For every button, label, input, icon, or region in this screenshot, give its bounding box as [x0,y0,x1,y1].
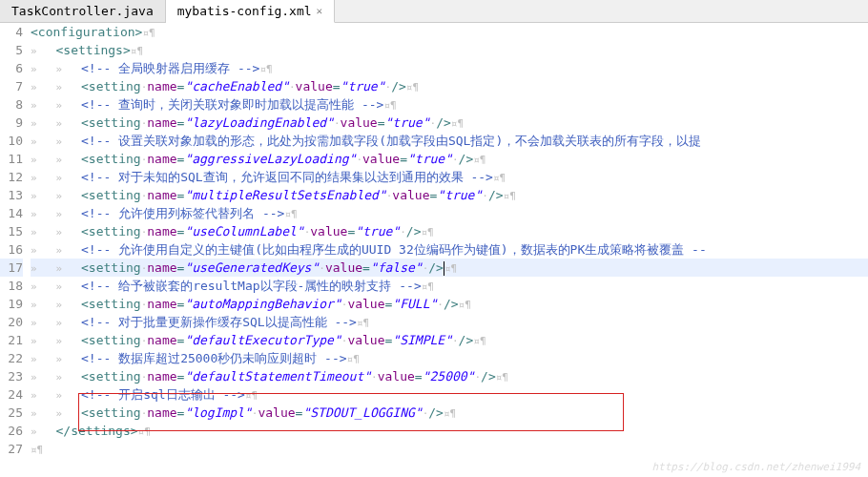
line-number: 5 [0,41,23,59]
code-line[interactable]: » » <setting·name="defaultExecutorType"·… [31,331,868,349]
code-line[interactable]: » » <!-- 数据库超过25000秒仍未响应则超时 -->¤¶ [31,349,868,367]
tab-mybatis-config-xml[interactable]: mybatis-config.xml✕ [166,0,336,23]
line-number: 16 [0,240,23,259]
code-line[interactable]: » » <setting·name="autoMappingBehavior"·… [31,295,868,313]
line-number: 25 [0,404,23,422]
code-line[interactable]: » » <!-- 设置关联对象加载的形态，此处为按需加载字段(加载字段由SQL指… [31,132,868,150]
code-line[interactable]: » » <!-- 对于未知的SQL查询，允许返回不同的结果集以达到通用的效果 -… [31,168,868,186]
code-line[interactable]: » » <!-- 对于批量更新操作缓存SQL以提高性能 -->¤¶ [31,313,868,331]
code-line[interactable]: » » <setting·name="lazyLoadingEnabled"·v… [31,114,868,132]
code-line[interactable]: » » <setting·name="cacheEnabled"·value="… [31,77,868,95]
code-line[interactable]: » » <!-- 全局映射器启用缓存 -->¤¶ [31,59,868,77]
line-number: 22 [0,349,23,367]
code-line[interactable]: <configuration>¤¶ [31,23,868,41]
line-number: 15 [0,222,23,240]
line-number: 26 [0,422,23,440]
watermark: https://blog.csdn.net/zhenwei1994 [651,461,860,473]
code-line[interactable]: » <settings>¤¶ [31,41,868,59]
code-editor[interactable]: 4567891011121314151617181920212223242526… [0,23,868,477]
line-number: 24 [0,385,23,404]
tab-bar: TaskController.javamybatis-config.xml✕ [0,0,868,23]
line-number: 23 [0,367,23,385]
line-number: 12 [0,168,23,186]
line-number: 8 [0,95,23,114]
line-number: 9 [0,114,23,132]
code-line[interactable]: » » <!-- 允许使用列标签代替列名 -->¤¶ [31,204,868,222]
tab-label: mybatis-config.xml [177,4,312,18]
line-number: 11 [0,150,23,168]
line-number: 14 [0,204,23,222]
line-number: 18 [0,277,23,295]
code-line[interactable]: » » <setting·name="logImpl"·value="STDOU… [31,404,868,422]
code-line[interactable]: » » <setting·name="aggressiveLazyLoading… [31,150,868,168]
line-number: 20 [0,313,23,331]
code-line[interactable]: » » <!-- 查询时，关闭关联对象即时加载以提高性能 -->¤¶ [31,95,868,114]
code-line[interactable]: » » <setting·name="useGeneratedKeys"·val… [31,259,868,277]
line-number: 27 [0,440,23,458]
code-line[interactable]: » » <!-- 开启sql日志输出 -->¤¶ [31,385,868,404]
line-number: 4 [0,23,23,41]
tab-label: TaskController.java [11,4,154,18]
line-number: 19 [0,295,23,313]
tab-taskcontroller-java[interactable]: TaskController.java [0,0,166,22]
close-icon[interactable]: ✕ [317,5,323,17]
code-line[interactable]: » » <!-- 允许使用自定义的主键值(比如由程序生成的UUID 32位编码作… [31,240,868,259]
code-line[interactable]: » » <setting·name="defaultStatementTimeo… [31,367,868,385]
line-number: 17 [0,259,23,277]
line-number: 21 [0,331,23,349]
code-line[interactable]: » » <setting·name="multipleResultSetsEna… [31,186,868,204]
code-line[interactable]: » » <!-- 给予被嵌套的resultMap以字段-属性的映射支持 -->¤… [31,277,868,295]
code-line[interactable]: » </settings>¤¶ [31,422,868,440]
line-number: 6 [0,59,23,77]
line-number: 10 [0,132,23,150]
line-number: 13 [0,186,23,204]
code-line[interactable]: » » <setting·name="useColumnLabel"·value… [31,222,868,240]
code-content[interactable]: <configuration>¤¶» <settings>¤¶» » <!-- … [31,23,868,477]
line-number-gutter: 4567891011121314151617181920212223242526… [0,23,31,477]
code-line[interactable]: ¤¶ [31,440,868,458]
line-number: 7 [0,77,23,95]
